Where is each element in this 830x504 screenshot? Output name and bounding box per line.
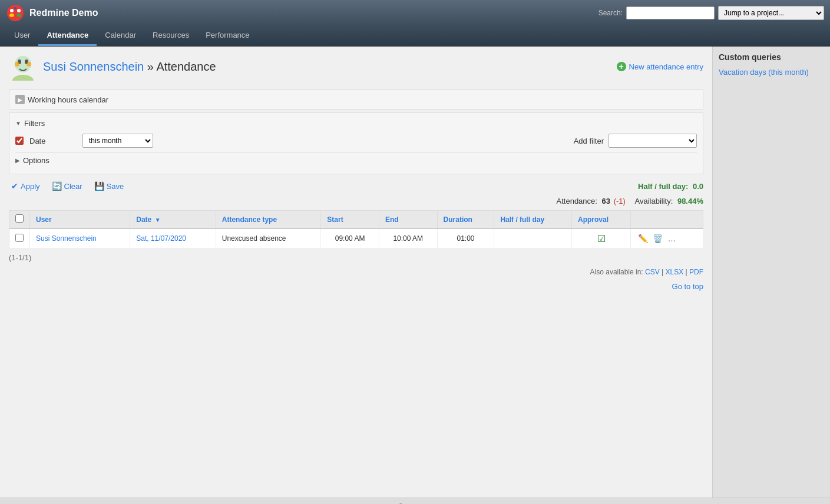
save-button[interactable]: 💾 Save [92,180,127,192]
th-approval[interactable]: Approval [572,211,631,229]
th-attendance-type[interactable]: Attendance type [216,211,321,229]
th-user[interactable]: User [30,211,130,229]
export-sep2: | [686,268,687,276]
row-duration-cell: 01:00 [437,228,494,248]
row-approval-cell: ☑ [572,228,631,248]
working-hours-label: Working hours calendar [28,95,108,104]
add-filter-select[interactable] [609,134,697,148]
row-select-checkbox[interactable] [15,234,24,242]
th-checkbox [9,211,30,229]
row-start: 09:00 AM [335,234,365,243]
clear-button[interactable]: 🔄 Clear [49,180,85,192]
row-user-link[interactable]: Susi Sonnenschein [36,234,97,243]
th-half-full-day[interactable]: Half / full day [494,211,572,229]
sidebar-vacation-link[interactable]: Vacation days (this month) [719,67,824,78]
logo-icon [6,4,25,22]
availability-value: 98.44% [677,197,703,205]
row-date-link[interactable]: Sat, 11/07/2020 [136,234,186,243]
row-end-cell: 10:00 AM [379,228,437,248]
delete-row-button[interactable]: 🗑️ [652,233,664,244]
th-date[interactable]: Date ▼ [130,211,216,229]
content-wrapper: Susi Sonnenschein » Attendance + New att… [0,47,830,498]
svg-point-2 [17,9,21,12]
filters-header[interactable]: ▼ Filters [15,119,697,128]
export-csv-link[interactable]: CSV [645,268,660,276]
th-date-label: Date [136,215,151,224]
project-jump-select[interactable]: Jump to a project... [718,6,824,20]
edit-row-button[interactable]: ✏️ [637,233,649,244]
user-breadcrumb-link[interactable]: Susi Sonnenschein [43,60,144,73]
save-icon: 💾 [94,181,104,191]
row-half-full-day-cell [494,228,572,248]
clear-icon: 🔄 [52,181,62,191]
th-end-label: End [385,215,399,224]
th-attendance-type-label: Attendance type [222,215,277,224]
nav-item-user[interactable]: User [6,26,38,46]
date-filter-row: Date this month last month this week las… [15,134,697,148]
svg-point-6 [12,75,34,81]
main-navigation: User Attendance Calendar Resources Perfo… [0,26,830,47]
go-to-top-link[interactable]: Go to top [672,282,703,291]
nav-item-calendar[interactable]: Calendar [97,26,144,46]
th-duration-label: Duration [444,215,472,224]
svg-point-5 [14,7,16,9]
export-sep1: | [662,268,663,276]
app-title: Redmine Demo [29,8,98,18]
new-entry-label: New attendance entry [629,62,703,71]
search-input[interactable] [626,6,715,19]
user-avatar [9,52,37,81]
date-filter-select[interactable]: this month last month this week last wee… [82,134,153,148]
search-area: Search: Jump to a project... [598,6,824,20]
nav-item-performance[interactable]: Performance [197,26,257,46]
select-all-checkbox[interactable] [15,214,24,223]
new-attendance-entry-button[interactable]: + New attendance entry [617,62,703,71]
th-start-label: Start [327,215,343,224]
th-start[interactable]: Start [321,211,379,229]
th-user-label: User [36,215,52,224]
th-duration[interactable]: Duration [437,211,494,229]
nav-item-resources[interactable]: Resources [144,26,197,46]
plus-icon: + [617,62,626,71]
svg-point-4 [16,14,21,17]
th-half-full-day-label: Half / full day [500,215,544,224]
attendance-change: (-1) [614,197,626,205]
date-filter-checkbox[interactable] [15,137,24,145]
export-pdf-link[interactable]: PDF [689,268,703,276]
apply-icon: ✔ [11,181,18,191]
options-label: Options [23,156,49,165]
table-header: User Date ▼ Attendance type Start End [9,211,703,229]
row-action-buttons: ✏️ 🗑️ … [637,233,697,244]
th-end[interactable]: End [379,211,437,229]
nav-item-attendance[interactable]: Attendance [38,26,97,46]
page-section: Attendance [156,60,216,73]
search-label: Search: [598,9,623,17]
availability-label: Availability: [634,197,673,205]
pagination-text: (1-1/1) [9,253,31,262]
page-header: Susi Sonnenschein » Attendance + New att… [9,52,703,81]
half-full-day-value: 0.0 [693,182,703,191]
actions-bar: ✔ Apply 🔄 Clear 💾 Save Half / full day: … [9,180,703,192]
filters-chevron-icon: ▼ [15,120,21,127]
more-row-button[interactable]: … [666,233,677,244]
filters-section: ▼ Filters Date this month last month thi… [9,112,703,174]
logo-area: Redmine Demo [6,4,98,22]
export-label: Also available in: [590,268,643,276]
svg-point-10 [15,62,19,67]
row-start-cell: 09:00 AM [321,228,379,248]
page-title: Susi Sonnenschein » Attendance [43,60,216,74]
table-body: Susi Sonnenschein Sat, 11/07/2020 Unexcu… [9,228,703,248]
export-xlsx-link[interactable]: XLSX [666,268,684,276]
save-label: Save [107,182,124,191]
options-chevron-icon: ▶ [15,157,20,164]
options-row[interactable]: ▶ Options [15,152,697,168]
left-actions: ✔ Apply 🔄 Clear 💾 Save [9,180,126,192]
table-row: Susi Sonnenschein Sat, 11/07/2020 Unexcu… [9,228,703,248]
attendance-label: Attendance: [557,197,597,205]
topbar: Redmine Demo Search: Jump to a project..… [0,0,830,26]
row-checkbox-cell [9,228,30,248]
filters-label: Filters [24,119,45,128]
apply-button[interactable]: ✔ Apply [9,180,42,192]
working-hours-expand-button[interactable]: ▶ [15,95,25,104]
svg-point-3 [9,14,14,17]
approval-check-icon: ☑ [597,234,606,244]
